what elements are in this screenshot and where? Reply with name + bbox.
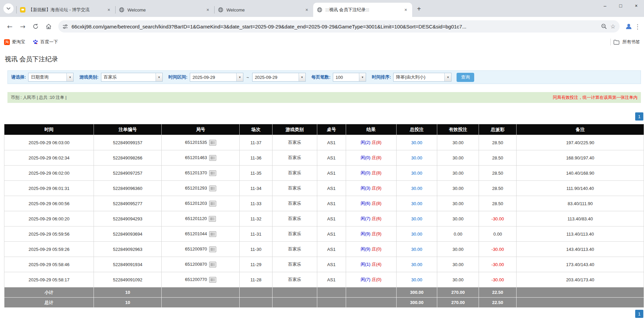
- cell-remark: 203.40/173.40: [517, 272, 644, 287]
- table-row: 2025-09-29 06:00:56522849095277651201203…: [4, 196, 644, 211]
- date-range-label: 时间区间:: [168, 74, 187, 80]
- total-bet-link[interactable]: 30.00: [411, 140, 422, 145]
- table-row: 2025-09-29 06:00:20522849094293651201120…: [4, 211, 644, 226]
- browser-window: 【新提醒】海燕论坛 - 博学交流 × Welcome × Welcome × :…: [0, 0, 644, 318]
- subtotal-valid-bet: 270.00: [437, 287, 479, 298]
- banker-result: 庄(8): [371, 155, 381, 160]
- all-bookmarks[interactable]: 所有书签: [610, 39, 640, 45]
- total-bet-link[interactable]: 30.00: [411, 155, 422, 160]
- sort-value[interactable]: 降幂(由大到小): [394, 73, 444, 81]
- total-bet-link[interactable]: 30.00: [411, 277, 422, 282]
- total-bet-link[interactable]: 30.00: [411, 247, 422, 252]
- round-detail-icon[interactable]: [209, 140, 216, 146]
- round-detail-icon[interactable]: [209, 277, 216, 283]
- combo-arrow-icon[interactable]: ▾: [66, 73, 73, 81]
- subtotal-row: 小计 10 300.00 270.00 22.50: [4, 287, 644, 298]
- page-number-button[interactable]: 1: [635, 112, 643, 121]
- total-bet-link[interactable]: 30.00: [411, 171, 422, 176]
- cell-valid-bet: 30.00: [437, 196, 479, 211]
- game-type-value[interactable]: 百家乐: [101, 73, 156, 81]
- total-bet-link[interactable]: 30.00: [411, 201, 422, 206]
- cell-time: 2025-09-29 06:02:00: [4, 166, 94, 181]
- home-button[interactable]: [42, 20, 55, 33]
- tab-close-icon[interactable]: ×: [205, 7, 211, 13]
- round-detail-icon[interactable]: [209, 201, 216, 207]
- page-number-button[interactable]: 1: [635, 310, 643, 318]
- header-table: 桌号: [317, 124, 346, 135]
- sort-combobox[interactable]: 降幂(由大到小) ▾: [393, 73, 451, 82]
- window-minimize-button[interactable]: –: [597, 0, 613, 12]
- address-bar[interactable]: 66cxkj98.com/game/betrecord_search/kind3…: [58, 20, 620, 32]
- cell-result: 闲(0) 庄(8): [346, 150, 396, 166]
- summary-bar: 币别 : 人民币 | 总共 :10 注单 | 同局有效投注，统一计算在该局第一张…: [7, 92, 641, 103]
- new-tab-button[interactable]: +: [414, 4, 424, 14]
- game-type-label: 游戏类别:: [79, 74, 98, 80]
- page-content: 视讯 会员下注纪录 请选择: 日期查询 ▾ 游戏类别: 百家乐 ▾ 时间区间: …: [0, 48, 644, 318]
- taobao-icon: 淘: [4, 39, 10, 45]
- back-button[interactable]: ←: [3, 20, 16, 33]
- cell-game-type: 百家乐: [272, 150, 317, 166]
- date-end-combobox[interactable]: 2025-09-29 ▾: [252, 73, 306, 82]
- page-size-combobox[interactable]: 100 ▾: [333, 73, 366, 82]
- browser-menu-button[interactable]: ⋮: [635, 23, 641, 30]
- combo-arrow-icon[interactable]: ▾: [299, 73, 305, 81]
- round-detail-icon[interactable]: [209, 262, 216, 267]
- tab-close-icon[interactable]: ×: [304, 7, 310, 13]
- cell-table: AS1: [317, 135, 346, 150]
- total-bet-link[interactable]: 30.00: [411, 216, 422, 221]
- cell-bet-id: 522849097257: [94, 166, 162, 181]
- folder-icon: [613, 40, 620, 45]
- forward-button[interactable]: →: [16, 20, 29, 33]
- date-end-value[interactable]: 2025-09-29: [253, 73, 299, 81]
- cell-total-bet: 30.00: [396, 257, 437, 272]
- zoom-icon[interactable]: [601, 23, 607, 29]
- cell-session: 11-32: [240, 211, 272, 226]
- header-game-type: 游戏类别: [272, 124, 317, 135]
- reload-button[interactable]: [29, 20, 42, 33]
- round-detail-icon[interactable]: [209, 231, 216, 237]
- page-size-value[interactable]: 100: [333, 73, 359, 81]
- combo-arrow-icon[interactable]: ▾: [359, 73, 366, 81]
- select-mode-value[interactable]: 日期查询: [28, 73, 66, 81]
- combo-arrow-icon[interactable]: ▾: [236, 73, 243, 81]
- tab-haiyan-forum[interactable]: 【新提醒】海燕论坛 - 博学交流 ×: [16, 3, 115, 17]
- bookmark-aitaobao[interactable]: 淘 爱淘宝: [4, 39, 25, 45]
- tab-bet-records[interactable]: :::视讯 会员下注纪录::: ×: [313, 3, 412, 17]
- bookmark-star-icon[interactable]: ☆: [610, 23, 616, 30]
- player-result: 闲(7): [361, 277, 370, 282]
- round-detail-icon[interactable]: [209, 216, 216, 222]
- tab-welcome-2[interactable]: Welcome ×: [214, 3, 313, 17]
- search-button[interactable]: 查询: [457, 73, 474, 82]
- tab-search-button[interactable]: [3, 3, 14, 14]
- table-row: 2025-09-29 06:01:31522849096360651201293…: [4, 181, 644, 196]
- total-bet-link[interactable]: 30.00: [411, 186, 422, 191]
- cell-valid-bet: 30.00: [437, 211, 479, 226]
- bookmark-baidu[interactable]: 百度一下: [33, 39, 58, 45]
- pagination-bottom: 1: [0, 310, 644, 318]
- chevron-down-icon: [6, 7, 11, 10]
- globe-icon: [317, 7, 323, 13]
- round-detail-icon[interactable]: [209, 186, 216, 191]
- cell-result: 闲(7) 庄(6): [346, 211, 396, 226]
- header-remark: 备注: [517, 124, 644, 135]
- game-type-combobox[interactable]: 百家乐 ▾: [101, 73, 163, 82]
- round-detail-icon[interactable]: [209, 246, 216, 252]
- all-bookmarks-label: 所有书签: [622, 39, 640, 45]
- table-row: 2025-09-29 05:59:26522849092963651200970…: [4, 242, 644, 257]
- select-mode-combobox[interactable]: 日期查询 ▾: [28, 73, 74, 82]
- round-detail-icon[interactable]: [209, 170, 216, 176]
- window-close-button[interactable]: ×: [628, 0, 644, 12]
- round-detail-icon[interactable]: [209, 155, 216, 161]
- tab-close-icon[interactable]: ×: [403, 7, 409, 13]
- cell-bet-id: 522849095277: [94, 196, 162, 211]
- date-start-value[interactable]: 2025-09-29: [190, 73, 236, 81]
- date-start-combobox[interactable]: 2025-09-29 ▾: [190, 73, 243, 82]
- combo-arrow-icon[interactable]: ▾: [444, 73, 451, 81]
- tab-close-icon[interactable]: ×: [106, 7, 112, 13]
- total-bet-link[interactable]: 30.00: [411, 262, 422, 267]
- tab-welcome-1[interactable]: Welcome ×: [115, 3, 214, 17]
- window-maximize-button[interactable]: □: [613, 0, 628, 12]
- profile-avatar[interactable]: [623, 21, 635, 32]
- total-bet-link[interactable]: 30.00: [411, 232, 422, 237]
- combo-arrow-icon[interactable]: ▾: [156, 73, 162, 81]
